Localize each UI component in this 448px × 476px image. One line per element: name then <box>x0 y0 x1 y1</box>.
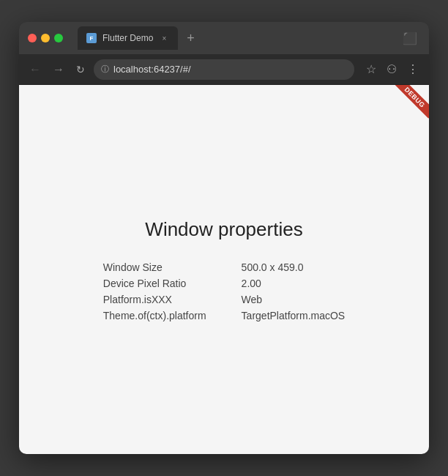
tab-favicon: F <box>86 33 97 43</box>
prop-label: Theme.of(ctx).platform <box>103 310 206 321</box>
properties-card: Window properties Window Size500.0 x 459… <box>103 218 345 321</box>
page-title: Window properties <box>103 218 345 241</box>
prop-value: TargetPlatform.macOS <box>242 310 346 321</box>
url-domain: localhost <box>113 64 151 75</box>
traffic-lights <box>28 34 63 42</box>
extension-icon[interactable]: ⬛ <box>400 29 420 48</box>
url-hash: #/ <box>183 64 191 75</box>
menu-icon[interactable]: ⋮ <box>404 59 422 79</box>
new-tab-button[interactable]: + <box>181 28 201 49</box>
property-table: Window Size500.0 x 459.0Device Pixel Rat… <box>103 261 345 321</box>
tab-area: F Flutter Demo × + <box>78 26 394 50</box>
active-tab[interactable]: F Flutter Demo × <box>78 26 178 50</box>
forward-button[interactable]: → <box>50 60 67 79</box>
debug-ribbon: DEBUG <box>385 85 429 129</box>
prop-value: Web <box>242 294 346 305</box>
tab-title: Flutter Demo <box>102 33 153 43</box>
url-port: :64237/ <box>151 64 182 75</box>
title-bar: F Flutter Demo × + ⬛ <box>19 22 429 54</box>
browser-window: F Flutter Demo × + ⬛ ← → ↻ ⓘ localhost:6… <box>19 22 429 454</box>
prop-label: Platform.isXXX <box>103 294 206 305</box>
maximize-window-button[interactable] <box>54 34 63 42</box>
toolbar-icons: ☆ ⚇ ⋮ <box>363 59 422 79</box>
prop-label: Window Size <box>103 261 206 273</box>
prop-value: 500.0 x 459.0 <box>242 261 346 273</box>
prop-value: 2.00 <box>242 278 346 289</box>
address-bar: ← → ↻ ⓘ localhost:64237/#/ ☆ ⚇ ⋮ <box>19 54 429 85</box>
url-text: localhost:64237/#/ <box>113 64 191 75</box>
close-window-button[interactable] <box>28 34 37 42</box>
profile-icon[interactable]: ⚇ <box>384 59 400 79</box>
secure-icon: ⓘ <box>101 64 109 75</box>
tab-close-button[interactable]: × <box>159 33 169 43</box>
reload-button[interactable]: ↻ <box>73 61 88 78</box>
debug-label: DEBUG <box>394 85 429 119</box>
url-bar[interactable]: ⓘ localhost:64237/#/ <box>94 59 354 80</box>
minimize-window-button[interactable] <box>41 34 50 42</box>
prop-label: Device Pixel Ratio <box>103 278 206 289</box>
back-button[interactable]: ← <box>26 60 44 79</box>
page-content: DEBUG Window properties Window Size500.0… <box>19 85 429 454</box>
bookmark-icon[interactable]: ☆ <box>363 59 379 79</box>
